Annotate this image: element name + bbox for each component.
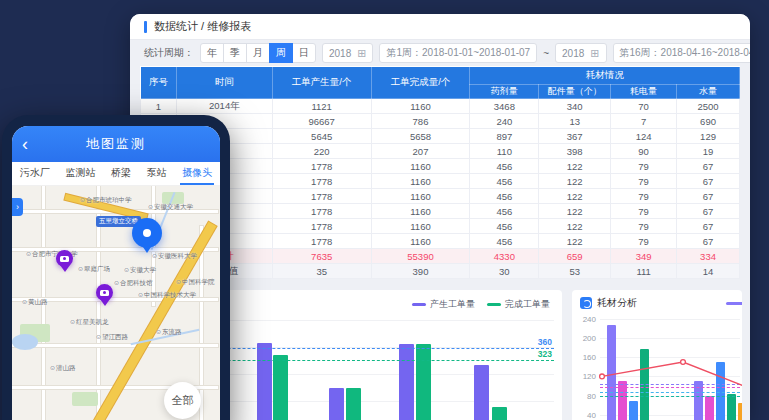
table-cell: 659 bbox=[539, 249, 611, 264]
poi-text: 中国科学院 bbox=[182, 278, 215, 285]
table-cell: 1160 bbox=[371, 204, 470, 219]
week-end-input[interactable]: 第16周：2018-04-16~2018-04-22 bbox=[613, 43, 751, 63]
table-cell: 70 bbox=[611, 99, 677, 114]
legend-item[interactable]: 产生工单量 bbox=[412, 298, 475, 311]
table-cell: 1160 bbox=[371, 219, 470, 234]
table-cell: 122 bbox=[539, 174, 611, 189]
bar-series-magenta-g2 bbox=[705, 396, 714, 420]
tab-泵站[interactable]: 泵站 bbox=[145, 162, 169, 185]
table-cell: 456 bbox=[470, 204, 539, 219]
all-filter-button[interactable]: 全部 bbox=[164, 382, 201, 419]
map-poi-label: ⊙安徽大学 bbox=[124, 266, 156, 275]
table-cell: 13 bbox=[539, 114, 611, 129]
week-start-input[interactable]: 第1周：2018-01-01~2018-01-07 bbox=[379, 43, 537, 63]
chart-title: 耗材分析 bbox=[597, 296, 637, 310]
table-cell: 79 bbox=[611, 234, 677, 249]
table-cell: 340 bbox=[539, 99, 611, 114]
back-icon[interactable]: ‹ bbox=[22, 135, 28, 153]
table-cell: 124 bbox=[611, 129, 677, 144]
table-cell: 79 bbox=[611, 159, 677, 174]
table-cell: 1160 bbox=[371, 189, 470, 204]
tab-摄像头[interactable]: 摄像头 bbox=[180, 162, 214, 185]
sub-column-header: 水量 bbox=[677, 85, 740, 99]
bar-series-blue-g1 bbox=[629, 401, 638, 420]
poi-text: 安徽大学 bbox=[130, 266, 156, 273]
table-cell: 456 bbox=[470, 189, 539, 204]
table-cell: 30 bbox=[470, 264, 539, 279]
tab-污水厂[interactable]: 污水厂 bbox=[18, 162, 52, 185]
app-header: ‹ 地图监测 bbox=[12, 126, 220, 162]
report-table-container: 序号时间工单产生量/个工单完成量/个耗材情况药剂量配件量（个）耗电量水量 120… bbox=[140, 66, 740, 279]
table-cell: 111 bbox=[611, 264, 677, 279]
bar-完成工单量-g2 bbox=[346, 388, 361, 420]
poi-text: 安徽医科大学 bbox=[158, 252, 197, 259]
chart-header: 耗材分析 bbox=[580, 296, 637, 310]
poi-icon: ⊙ bbox=[22, 299, 27, 305]
table-cell: 122 bbox=[539, 234, 611, 249]
bar-完成工单量-g1 bbox=[273, 355, 288, 420]
table-cell: 1778 bbox=[272, 174, 371, 189]
table-cell: 67 bbox=[677, 159, 740, 174]
y-axis-tick: 240 bbox=[572, 315, 596, 324]
average-row: 平均值35390305311114 bbox=[141, 264, 740, 279]
poi-icon: ⊙ bbox=[96, 334, 101, 340]
table-cell: 67 bbox=[677, 204, 740, 219]
table-cell: 390 bbox=[371, 264, 470, 279]
table-cell: 122 bbox=[539, 219, 611, 234]
table-cell: 122 bbox=[539, 159, 611, 174]
poi-text: 合肥市琥珀中学 bbox=[86, 196, 132, 203]
camera-pin-tail bbox=[100, 299, 110, 306]
map-road bbox=[200, 226, 203, 420]
poi-text: 红星美凯龙 bbox=[76, 318, 109, 325]
map-poi-label: ⊙中国科学院 bbox=[176, 278, 215, 287]
column-header: 时间 bbox=[176, 67, 272, 99]
table-cell: 5658 bbox=[371, 129, 470, 144]
poi-icon: ⊙ bbox=[124, 267, 129, 273]
year-start-select[interactable]: 2018 ⊞ bbox=[322, 43, 373, 63]
period-option-季[interactable]: 季 bbox=[223, 43, 247, 63]
table-row: 2202071103989019 bbox=[141, 144, 740, 159]
map-view[interactable]: ⊙合肥市琥珀中学⊙安徽交通大学⊙安徽医科大学⊙合肥市宁溪小学⊙翠庭广场⊙安徽大学… bbox=[12, 186, 220, 420]
map-poi-label: ⊙安徽交通大学 bbox=[148, 203, 193, 212]
period-option-周[interactable]: 周 bbox=[269, 43, 293, 63]
tab-监测站[interactable]: 监测站 bbox=[63, 162, 97, 185]
table-cell: 456 bbox=[470, 159, 539, 174]
table-cell: 1778 bbox=[272, 234, 371, 249]
panel-toggle-button[interactable]: › bbox=[12, 198, 23, 216]
table-cell: 19 bbox=[677, 144, 740, 159]
legend-item[interactable]: 完成工单量 bbox=[487, 298, 550, 311]
period-option-月[interactable]: 月 bbox=[246, 43, 270, 63]
filter-label: 统计周期： bbox=[144, 46, 194, 60]
report-table: 序号时间工单产生量/个工单完成量/个耗材情况药剂量配件量（个）耗电量水量 120… bbox=[140, 66, 740, 279]
year-end-select[interactable]: 2018 ⊞ bbox=[555, 43, 606, 63]
poi-text: 东流路 bbox=[162, 328, 182, 335]
poi-icon: ⊙ bbox=[26, 251, 31, 257]
range-separator: ~ bbox=[543, 48, 549, 59]
reference-line bbox=[600, 396, 740, 397]
poi-text: 望江西路 bbox=[102, 333, 128, 340]
y-axis-tick: 80 bbox=[572, 392, 596, 401]
poi-text: 安徽交通大学 bbox=[154, 203, 193, 210]
poi-text: 中国科学技术大学 bbox=[144, 291, 196, 298]
selected-camera-pin[interactable] bbox=[132, 218, 162, 248]
bar-产生工单量-g1 bbox=[257, 343, 272, 420]
legend-label: 产生工单量 bbox=[430, 298, 475, 311]
table-cell: 5645 bbox=[272, 129, 371, 144]
period-option-年[interactable]: 年 bbox=[200, 43, 224, 63]
map-park bbox=[72, 392, 98, 406]
bar-产生工单量-g2 bbox=[329, 388, 344, 420]
table-cell: 1160 bbox=[371, 234, 470, 249]
table-cell: 786 bbox=[371, 114, 470, 129]
breadcrumb-text: 数据统计 / 维修报表 bbox=[154, 19, 251, 34]
period-option-日[interactable]: 日 bbox=[292, 43, 316, 63]
table-cell: 7635 bbox=[272, 249, 371, 264]
sub-column-header: 配件量（个） bbox=[539, 85, 611, 99]
consumable-chart: 耗材分析 2402001601208040 bbox=[572, 290, 742, 420]
column-header: 序号 bbox=[141, 67, 177, 99]
table-cell: 207 bbox=[371, 144, 470, 159]
map-poi-label: ⊙红星美凯龙 bbox=[70, 318, 109, 327]
tab-桥梁[interactable]: 桥梁 bbox=[109, 162, 133, 185]
poi-icon: ⊙ bbox=[78, 266, 83, 272]
bar-series-orange-g2 bbox=[738, 403, 742, 420]
table-row: 177811604561227967 bbox=[141, 174, 740, 189]
